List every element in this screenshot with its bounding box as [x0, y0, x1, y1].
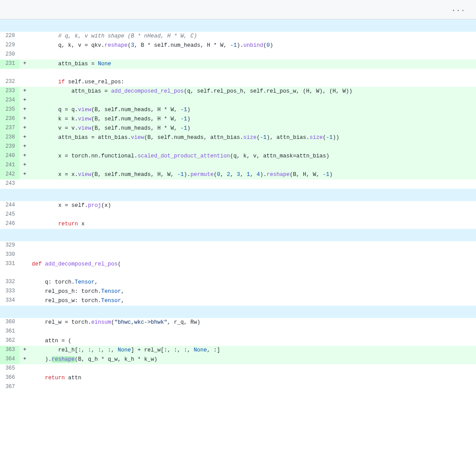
line-number[interactable]: 360	[0, 318, 19, 327]
line-number[interactable]: 242	[0, 170, 19, 179]
code-content[interactable]: attn_bias = None	[30, 60, 476, 69]
diff-marker	[19, 78, 30, 87]
code-content[interactable]: q, k, v = qkv.reshape(3, B * self.num_he…	[30, 41, 476, 50]
code-content[interactable]: attn_bias = add_decomposed_rel_pos(q, se…	[30, 87, 476, 96]
line-number[interactable]: 330	[0, 250, 19, 260]
code-content[interactable]	[30, 50, 476, 60]
line-number[interactable]	[0, 189, 19, 201]
diff-row	[0, 69, 476, 78]
line-number[interactable]: 331	[0, 260, 19, 269]
code-content[interactable]: rel_w = torch.einsum("bhwc,wkc->bhwk", r…	[30, 318, 476, 327]
line-number[interactable]: 364	[0, 355, 19, 364]
line-number[interactable]: 231	[0, 60, 19, 69]
code-content[interactable]	[30, 210, 476, 220]
code-content[interactable]	[30, 364, 476, 374]
code-content[interactable]: v = v.view(B, self.num_heads, H * W, -1)	[30, 124, 476, 133]
code-content[interactable]	[30, 69, 476, 78]
code-content[interactable]	[30, 306, 476, 318]
diff-row: 237+ v = v.view(B, self.num_heads, H * W…	[0, 124, 476, 133]
line-number[interactable]: 245	[0, 210, 19, 220]
code-content[interactable]	[30, 250, 476, 260]
line-number[interactable]: 234	[0, 96, 19, 105]
code-content[interactable]: attn_bias = attn_bias.view(B, self.num_h…	[30, 133, 476, 142]
line-number[interactable]: 229	[0, 41, 19, 50]
diff-marker	[19, 220, 30, 229]
code-content[interactable]: x = self.proj(x)	[30, 201, 476, 210]
line-number[interactable]: 365	[0, 364, 19, 374]
line-number[interactable]	[0, 269, 19, 278]
code-content[interactable]: return attn	[30, 374, 476, 383]
line-number[interactable]: 329	[0, 241, 19, 250]
line-number[interactable]	[0, 229, 19, 241]
line-number[interactable]	[0, 69, 19, 78]
code-content[interactable]: q: torch.Tensor,	[30, 278, 476, 287]
diff-row: 331def add_decomposed_rel_pos(	[0, 260, 476, 269]
line-number[interactable]: 237	[0, 124, 19, 133]
code-content[interactable]	[30, 189, 476, 201]
line-number[interactable]: 228	[0, 32, 19, 41]
diff-marker: +	[19, 96, 30, 105]
code-content[interactable]: rel_pos_w: torch.Tensor,	[30, 296, 476, 306]
code-content[interactable]	[30, 241, 476, 250]
line-number[interactable]: 361	[0, 327, 19, 336]
code-content[interactable]: ).reshape(B, q_h * q_w, k_h * k_w)	[30, 355, 476, 364]
line-number[interactable]: 233	[0, 87, 19, 96]
code-content[interactable]: # q, k, v with shape (B * nHead, H * W, …	[30, 32, 476, 41]
line-number[interactable]: 232	[0, 78, 19, 87]
line-number[interactable]: 243	[0, 179, 19, 189]
diff-row: 360 rel_w = torch.einsum("bhwc,wkc->bhwk…	[0, 318, 476, 327]
line-number[interactable]: 367	[0, 383, 19, 392]
code-content[interactable]: x = x.view(B, self.num_heads, H, W, -1).…	[30, 170, 476, 179]
code-content[interactable]	[30, 161, 476, 170]
line-number[interactable]: 334	[0, 296, 19, 306]
code-content[interactable]: def add_decomposed_rel_pos(	[30, 260, 476, 269]
code-content[interactable]	[30, 19, 476, 32]
line-number[interactable]: 363	[0, 346, 19, 355]
code-content[interactable]: rel_pos_h: torch.Tensor,	[30, 287, 476, 296]
line-number[interactable]: 235	[0, 105, 19, 115]
line-number[interactable]: 238	[0, 133, 19, 142]
diff-marker	[19, 296, 30, 306]
diff-table: 228 # q, k, v with shape (B * nHead, H *…	[0, 19, 476, 392]
line-number[interactable]: 236	[0, 115, 19, 124]
code-content[interactable]	[30, 142, 476, 152]
code-content[interactable]: rel_h[:, :, :, :, None] + rel_w[:, :, :,…	[30, 346, 476, 355]
code-content[interactable]	[30, 383, 476, 392]
diff-row: 242+ x = x.view(B, self.num_heads, H, W,…	[0, 170, 476, 179]
diff-marker: +	[19, 161, 30, 170]
diff-row: 239+	[0, 142, 476, 152]
code-content[interactable]: k = k.view(B, self.num_heads, H * W, -1)	[30, 115, 476, 124]
diff-row: 361	[0, 327, 476, 336]
code-content[interactable]	[30, 327, 476, 336]
line-number[interactable]: 244	[0, 201, 19, 210]
line-number[interactable]	[0, 306, 19, 318]
line-number[interactable]	[0, 19, 19, 32]
line-number[interactable]: 332	[0, 278, 19, 287]
line-number[interactable]: 239	[0, 142, 19, 152]
diff-row: 366 return attn	[0, 374, 476, 383]
line-number[interactable]: 333	[0, 287, 19, 296]
diff-row: 332 q: torch.Tensor,	[0, 278, 476, 287]
code-content[interactable]: if self.use_rel_pos:	[30, 78, 476, 87]
code-content[interactable]: attn = (	[30, 336, 476, 346]
code-content[interactable]: q = q.view(B, self.num_heads, H * W, -1)	[30, 105, 476, 115]
diff-marker	[19, 287, 30, 296]
diff-marker	[19, 374, 30, 383]
code-content[interactable]	[30, 269, 476, 278]
line-number[interactable]: 246	[0, 220, 19, 229]
line-number[interactable]: 241	[0, 161, 19, 170]
code-content[interactable]	[30, 96, 476, 105]
diff-row: 244 x = self.proj(x)	[0, 201, 476, 210]
code-content[interactable]: return x	[30, 220, 476, 229]
line-number[interactable]: 240	[0, 152, 19, 161]
line-number[interactable]: 230	[0, 50, 19, 60]
more-icon[interactable]: ...	[448, 2, 469, 17]
code-content[interactable]	[30, 229, 476, 241]
code-content[interactable]: x = torch.nn.functional.scaled_dot_produ…	[30, 152, 476, 161]
diff-marker	[19, 278, 30, 287]
diff-row: 232 if self.use_rel_pos:	[0, 78, 476, 87]
diff-marker	[19, 69, 30, 78]
line-number[interactable]: 366	[0, 374, 19, 383]
line-number[interactable]: 362	[0, 336, 19, 346]
code-content[interactable]	[30, 179, 476, 189]
